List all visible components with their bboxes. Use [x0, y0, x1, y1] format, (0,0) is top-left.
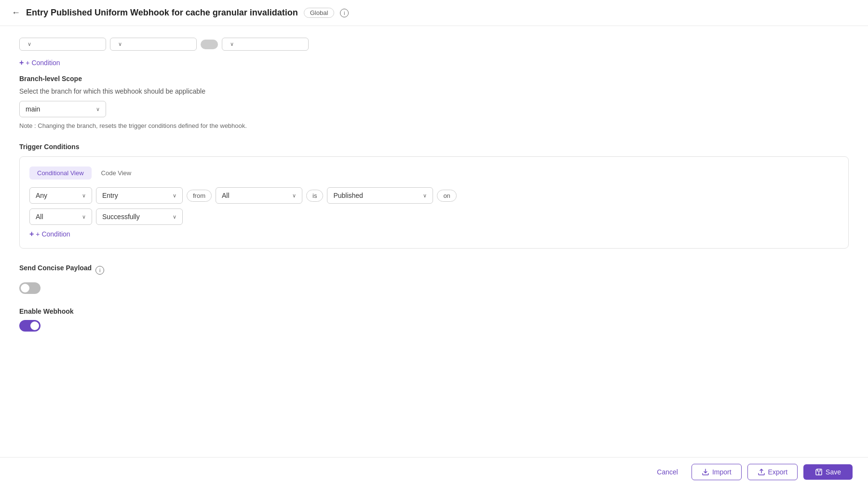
- save-button[interactable]: Save: [803, 464, 853, 480]
- row2-select-all[interactable]: All ∨: [29, 208, 92, 225]
- payload-title: Send Concise Payload: [19, 264, 92, 272]
- add-condition-top-label: + Condition: [26, 59, 60, 67]
- chevron-icon: ∨: [173, 193, 176, 199]
- page-title: Entry Published Uniform Webhook for cach…: [26, 8, 298, 18]
- row1-select-published-value: Published: [333, 192, 363, 199]
- payload-toggle[interactable]: [19, 282, 41, 294]
- enable-webhook-title: Enable Webhook: [19, 307, 849, 315]
- row1-select-any[interactable]: Any ∨: [29, 187, 92, 204]
- row1-select-published[interactable]: Published ∨: [327, 187, 433, 204]
- row2-select-all-value: All: [36, 213, 43, 221]
- chevron-icon: ∨: [82, 193, 86, 199]
- import-label: Import: [712, 468, 732, 476]
- top-toggle[interactable]: [201, 40, 218, 49]
- condition-row-1: Any ∨ Entry ∨ from All ∨ is Published ∨ …: [29, 187, 839, 204]
- top-filter-row: ∨ ∨ ∨: [19, 38, 849, 51]
- condition-row-2: All ∨ Successfully ∨: [29, 208, 839, 225]
- info-icon[interactable]: i: [340, 9, 349, 17]
- export-button[interactable]: Export: [747, 464, 798, 480]
- chevron-icon: ∨: [423, 193, 427, 199]
- branch-section-title: Branch-level Scope: [19, 75, 849, 83]
- chevron-icon: ∨: [96, 106, 100, 112]
- top-filter-select-2[interactable]: ∨: [110, 38, 197, 51]
- import-button[interactable]: Import: [692, 464, 742, 480]
- save-label: Save: [826, 468, 841, 476]
- trigger-box: Conditional View Code View Any ∨ Entry ∨…: [19, 156, 849, 249]
- export-label: Export: [768, 468, 787, 476]
- add-condition-label: + Condition: [36, 230, 70, 238]
- main-content: ∨ ∨ ∨ + + Condition Branch-level Scope S…: [0, 26, 868, 454]
- row1-select-any-value: Any: [36, 192, 47, 199]
- payload-header: Send Concise Payload i: [19, 264, 849, 277]
- row1-select-entry-value: Entry: [102, 192, 118, 199]
- enable-webhook-toggle[interactable]: [19, 320, 41, 332]
- chevron-icon: ∨: [27, 41, 31, 47]
- tab-code[interactable]: Code View: [94, 167, 139, 180]
- enable-section: Enable Webhook: [19, 307, 849, 332]
- save-icon: [815, 468, 823, 476]
- top-filter-select-3[interactable]: ∨: [222, 38, 309, 51]
- cancel-button[interactable]: Cancel: [649, 464, 686, 480]
- plus-icon: +: [29, 230, 34, 238]
- add-condition-link[interactable]: + + Condition: [29, 230, 839, 238]
- row1-select-all-value: All: [222, 192, 230, 199]
- tab-conditional[interactable]: Conditional View: [29, 167, 92, 180]
- back-button[interactable]: ←: [12, 8, 20, 18]
- branch-section: Branch-level Scope Select the branch for…: [19, 75, 849, 129]
- plus-icon: +: [19, 58, 24, 67]
- add-condition-top-link[interactable]: + + Condition: [19, 58, 849, 67]
- payload-info-icon[interactable]: i: [95, 266, 104, 275]
- is-pill: is: [306, 190, 323, 202]
- row1-select-all[interactable]: All ∨: [216, 187, 302, 204]
- from-pill: from: [187, 190, 212, 202]
- payload-section: Send Concise Payload i: [19, 264, 849, 294]
- chevron-icon: ∨: [82, 214, 86, 220]
- branch-note: Note : Changing the branch, resets the t…: [19, 122, 849, 129]
- top-filter-select-1[interactable]: ∨: [19, 38, 106, 51]
- row2-select-successfully[interactable]: Successfully ∨: [96, 208, 183, 225]
- back-icon: ←: [12, 8, 20, 18]
- chevron-icon: ∨: [230, 41, 234, 47]
- row1-select-entry[interactable]: Entry ∨: [96, 187, 183, 204]
- global-badge: Global: [304, 8, 335, 18]
- footer: Cancel Import Export Save: [0, 457, 868, 486]
- chevron-icon: ∨: [173, 214, 176, 220]
- row2-select-successfully-value: Successfully: [102, 213, 140, 221]
- on-pill: on: [437, 190, 456, 202]
- chevron-icon: ∨: [292, 193, 296, 199]
- branch-select-value: main: [26, 105, 40, 113]
- trigger-section: Trigger Conditions Conditional View Code…: [19, 143, 849, 249]
- import-icon: [702, 468, 709, 476]
- header: ← Entry Published Uniform Webhook for ca…: [0, 0, 868, 26]
- trigger-section-title: Trigger Conditions: [19, 143, 849, 151]
- view-tabs: Conditional View Code View: [29, 167, 839, 180]
- chevron-icon: ∨: [118, 41, 122, 47]
- export-icon: [758, 468, 765, 476]
- branch-section-desc: Select the branch for which this webhook…: [19, 87, 849, 95]
- branch-select[interactable]: main ∨: [19, 101, 106, 117]
